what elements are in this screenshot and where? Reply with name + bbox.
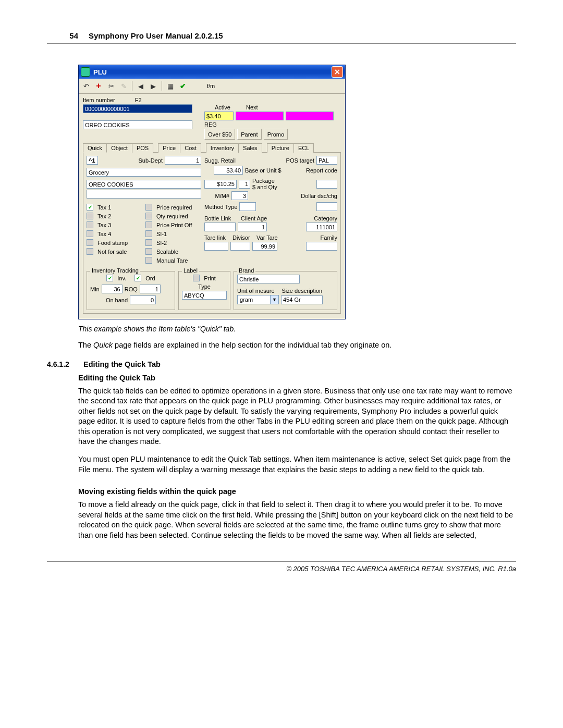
uom-dropdown[interactable]: gram ▼ [237,295,279,304]
prev-icon[interactable]: ◀ [137,82,145,90]
base-price-field[interactable]: $3.40 [214,166,243,175]
section-number: 4.6.1.2 [47,360,83,368]
not-for-sale-checkbox[interactable] [87,248,93,255]
separator [162,81,162,91]
si1-checkbox[interactable] [145,230,152,237]
print-checkbox[interactable] [193,275,200,281]
plu-window: PLU ✕ ↶ + ✂ ✎ ◀ ▶ ▦ ✔ f/m Item number [78,65,346,319]
type-label: Type [198,283,211,290]
onhand-field[interactable]: 0 [130,295,156,304]
footer-text: © 2005 TOSHIBA TEC AMERICA AMERICA RETAI… [47,565,516,573]
grid-icon[interactable]: ▦ [166,82,175,90]
bottle-link-label: Bottle Link [204,215,239,221]
tare-link-field[interactable] [204,242,228,251]
si1-label: SI-1 [156,231,167,237]
mm-label: M/M# [204,193,229,199]
tab-price[interactable]: Price [158,143,180,153]
pkg-qty-field[interactable]: 1 [239,180,250,189]
dollar-dsc-field[interactable] [316,202,337,211]
qty-required-checkbox[interactable] [145,213,152,219]
food-stamp-checkbox[interactable] [87,239,93,246]
client-age-field[interactable]: 1 [238,223,267,231]
print-label: Print [204,275,216,281]
tab-sales[interactable]: Sales [238,143,262,153]
description-field[interactable]: OREO COOKIES [83,120,192,129]
pkg-price-field[interactable]: $10.25 [204,180,237,189]
desc2-field[interactable]: OREO COOKIES [87,180,201,189]
tax1-checkbox[interactable]: ✔ [87,204,93,211]
min-field[interactable]: 36 [102,285,123,293]
si2-label: SI-2 [156,240,167,246]
desc3-field[interactable] [87,190,201,199]
family-field[interactable] [306,242,337,251]
page-header: 54 Symphony Pro User Manual 2.0.2.15 [47,31,516,40]
subhead-moving: Moving existing fields within the quick … [78,487,516,496]
size-desc-label: Size description [282,288,323,294]
cut-icon[interactable]: ✂ [107,82,115,90]
category-field[interactable]: 111001 [306,223,337,231]
tab-object[interactable]: Object [106,143,132,153]
brand-field[interactable]: Christie [237,275,300,283]
tab-pos[interactable]: POS [132,143,153,153]
check-icon[interactable]: ✔ [179,82,187,90]
tab-quick[interactable]: Quick [83,143,107,153]
mm-field[interactable]: 3 [231,191,248,200]
size-desc-field[interactable]: 454 Gr [281,295,323,304]
tax4-label: Tax 4 [97,231,111,237]
inv-tracking-legend: Inventory Tracking [90,267,140,274]
subdept-name-field[interactable]: Grocery [87,168,201,177]
titlebar: PLU ✕ [79,65,345,79]
si2-checkbox[interactable] [145,239,152,246]
tab-inventory[interactable]: Inventory [206,143,239,153]
inv-checkbox[interactable]: ✔ [106,275,113,281]
add-icon[interactable]: + [94,82,103,90]
family-label: Family [321,235,337,241]
manual-title: Symphony Pro User Manual 2.0.2.15 [89,31,223,40]
report-code-field[interactable] [316,180,337,189]
method-type-label: Method Type [204,204,237,210]
next-price-2 [286,112,334,120]
item-number-field[interactable]: 00000000000001 [83,104,192,113]
inv-chk-label: Inv. [117,275,126,281]
next-icon[interactable]: ▶ [149,82,157,90]
section-title: Editing the Quick Tab [83,360,161,368]
tax3-checkbox[interactable] [87,221,93,228]
subdept-field[interactable]: 1 [165,156,201,165]
toolbar-fm-label: f/m [207,83,215,89]
pos-target-field[interactable]: PAL [316,156,337,165]
over50-button[interactable]: Over $50 [204,129,235,140]
brand-legend: Brand [237,267,255,274]
subsection-title: Editing the Quick Tab [78,374,516,382]
tab-bar: Quick Object POS Price Cost Inventory Sa… [83,143,341,153]
divisor-label: Divisor [232,235,254,241]
type-field[interactable]: ABYCQ [182,291,227,300]
tab-cost[interactable]: Cost [180,143,201,153]
bottle-link-field[interactable] [204,223,236,231]
tax4-checkbox[interactable] [87,230,93,237]
label-legend: Label [182,267,199,274]
food-stamp-label: Food stamp [97,240,128,246]
subdept-label: Sub-Dept [100,157,163,164]
method-type-field[interactable] [239,202,256,211]
close-icon[interactable]: ✕ [332,66,343,78]
manual-tare-checkbox[interactable] [145,257,152,264]
tax2-checkbox[interactable] [87,213,93,219]
price-print-off-checkbox[interactable] [145,221,152,228]
tab-picture[interactable]: Picture [267,143,294,153]
parent-button[interactable]: Parent [237,129,261,140]
ord-checkbox[interactable]: ✔ [134,275,141,281]
roq-field[interactable]: 1 [140,285,161,293]
manual-tare-label: Manual Tare [156,257,188,264]
footer-rule [47,561,516,562]
reg-label: REG [204,121,217,128]
scalable-checkbox[interactable] [145,248,152,255]
chevron-down-icon[interactable]: ▼ [270,295,278,304]
tax1-label: Tax 1 [97,204,111,211]
price-required-checkbox[interactable] [145,204,152,211]
var-tare-field[interactable]: 99.99 [252,242,277,251]
promo-button[interactable]: Promo [264,129,288,140]
divisor-field[interactable] [230,242,250,251]
undo-icon[interactable]: ↶ [82,82,90,90]
edit-icon[interactable]: ✎ [119,82,128,90]
tab-ecl[interactable]: ECL [293,143,314,153]
